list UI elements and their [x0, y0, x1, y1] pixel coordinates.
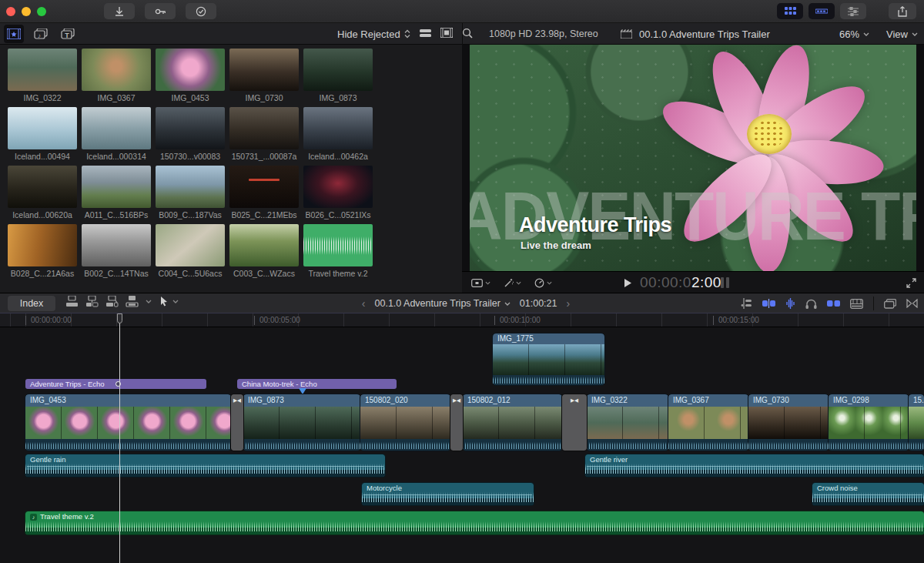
browser-item[interactable]: 150731_...00087a — [229, 107, 303, 163]
viewer-zoom-dropdown[interactable]: 66% — [839, 28, 869, 40]
browser-item[interactable]: IMG_0730 — [229, 49, 303, 104]
timeline-ruler[interactable]: 00:00:00:0000:00:05:0000:00:10:0000:00:1… — [0, 313, 924, 327]
browser-item[interactable]: IMG_0873 — [303, 49, 377, 104]
timeline-marker[interactable] — [299, 388, 306, 394]
browser-item[interactable]: Travel theme v.2 — [303, 224, 377, 280]
solo-toggle[interactable] — [805, 299, 817, 309]
play-button[interactable] — [624, 278, 632, 288]
clip-label: IMG_0873 — [303, 93, 373, 102]
browser-grid: IMG_0322IMG_0367IMG_0453IMG_0730IMG_0873… — [8, 49, 427, 280]
video-clip[interactable]: IMG_0873 — [243, 394, 360, 451]
viewer-transport-bar: 00:00:02:00 — [462, 271, 924, 293]
tab-photos-audio[interactable]: ♪ — [31, 25, 51, 43]
keyword-editor-button[interactable] — [145, 3, 176, 19]
browser-item[interactable]: Iceland...00620a — [8, 166, 82, 221]
timeline[interactable]: 00:00:00:0000:00:05:0000:00:10:0000:00:1… — [0, 313, 924, 563]
audio-clip[interactable]: Motorcycle — [362, 483, 534, 505]
trim-settings-button[interactable] — [741, 298, 752, 309]
project-duration: 01:00:21 — [520, 298, 557, 309]
clip-name: IMG_0298 — [829, 394, 909, 407]
browser-item[interactable]: C003_C...WZacs — [229, 224, 303, 280]
browser-item[interactable]: IMG_0453 — [156, 49, 229, 104]
audio-clip[interactable]: Gentle rain — [25, 454, 385, 477]
search-button[interactable] — [462, 28, 473, 41]
browser-item[interactable]: IMG_0322 — [8, 49, 82, 104]
audio-meters-button[interactable] — [721, 277, 729, 288]
tab-clips-browser[interactable] — [4, 25, 24, 43]
timeline-project-dropdown[interactable]: 00.1.0 Adventure Trips Trailer — [375, 298, 511, 309]
background-tasks-button[interactable] — [186, 3, 216, 19]
transition-clip[interactable]: ▶◀ — [450, 394, 463, 451]
clip-appearance-button[interactable] — [850, 299, 863, 309]
video-clip[interactable]: 150802_012 — [463, 394, 562, 451]
video-clip[interactable]: IMG_0367 — [668, 394, 748, 451]
index-button[interactable]: Index — [8, 296, 55, 311]
fullscreen-button[interactable] — [906, 277, 916, 291]
connect-edit-button[interactable] — [65, 296, 79, 307]
audio-clip[interactable]: Gentle river — [585, 454, 924, 477]
viewer-canvas[interactable]: ADVENTURE TRIPS Adventure Trips Live the… — [470, 45, 916, 271]
overwrite-edit-button[interactable] — [126, 296, 139, 307]
edit-options-chevron[interactable] — [146, 300, 152, 303]
browser-item[interactable]: Iceland...00494 — [8, 107, 82, 163]
title-clip[interactable]: China Moto-trek - Echo — [237, 379, 397, 389]
share-button[interactable] — [889, 3, 916, 19]
clip-label: C004_C...5U6acs — [156, 269, 225, 278]
browser-item[interactable]: Iceland...000314 — [82, 107, 156, 163]
browser-item[interactable]: B028_C...21A6as — [8, 224, 82, 280]
snapping-toggle[interactable] — [827, 299, 840, 308]
next-project-button[interactable]: › — [566, 297, 570, 310]
transitions-browser-button[interactable] — [906, 299, 918, 308]
video-clip[interactable]: 150802_020 — [360, 394, 450, 451]
video-clip[interactable]: IMG_0453 — [25, 394, 231, 451]
color-enhancements-dropdown[interactable] — [504, 278, 521, 288]
show-browser-button[interactable] — [884, 299, 896, 309]
search-icon — [462, 28, 473, 39]
clip-thumbnail — [229, 224, 299, 266]
zoom-window-button[interactable] — [37, 7, 46, 16]
previous-project-button[interactable]: ‹ — [362, 297, 366, 310]
browser-item[interactable]: B009_C...187Vas — [156, 166, 229, 221]
insert-edit-button[interactable] — [85, 296, 99, 307]
playhead-handle[interactable] — [117, 313, 122, 323]
playhead[interactable] — [119, 313, 120, 563]
timeline-panel-toggle[interactable] — [808, 3, 835, 19]
speed-gauge-icon — [534, 278, 544, 288]
browser-item[interactable]: A011_C...516BPs — [82, 166, 156, 221]
browser-item[interactable]: B002_C...14TNas — [82, 224, 156, 280]
skimming-toggle[interactable] — [762, 299, 775, 308]
close-window-button[interactable] — [6, 7, 15, 16]
chevron-down-icon — [912, 32, 918, 36]
clip-filter-dropdown[interactable]: Hide Rejected — [337, 28, 410, 40]
viewer-view-dropdown[interactable]: View — [886, 28, 918, 40]
video-clip[interactable]: IMG_0322 — [587, 394, 668, 451]
import-media-button[interactable] — [104, 3, 135, 19]
browser-panel-toggle[interactable] — [777, 3, 803, 19]
browser-item[interactable]: B025_C...21MEbs — [229, 166, 303, 221]
browser-item[interactable]: Iceland...00462a — [303, 107, 377, 163]
filmstrip-view-button[interactable] — [440, 28, 453, 40]
expand-icon — [906, 278, 916, 288]
inspector-toggle[interactable] — [840, 3, 866, 19]
retime-dropdown[interactable] — [534, 278, 552, 288]
panel-divider — [462, 23, 463, 45]
video-clip[interactable]: IMG_0730 — [748, 394, 829, 451]
connected-clip[interactable]: IMG_1775 — [493, 333, 604, 385]
browser-item[interactable]: B026_C...0521IXs — [303, 166, 377, 221]
tab-titles-generators[interactable]: T — [58, 25, 78, 43]
music-clip[interactable]: ♪Travel theme v.2 — [25, 511, 924, 535]
append-edit-button[interactable] — [105, 296, 119, 307]
list-view-button[interactable] — [420, 28, 431, 40]
video-clip[interactable]: 15... — [909, 394, 924, 451]
browser-item[interactable]: C004_C...5U6acs — [156, 224, 229, 280]
video-clip[interactable]: IMG_0298 — [829, 394, 909, 451]
audio-clip[interactable]: Crowd noise — [812, 483, 924, 505]
transition-clip[interactable]: ▶◀ — [562, 394, 587, 451]
transition-clip[interactable]: ▶◀ — [231, 394, 243, 451]
transform-crop-dropdown[interactable] — [471, 279, 490, 287]
audio-skimming-toggle[interactable] — [785, 298, 795, 309]
browser-item[interactable]: IMG_0367 — [82, 49, 156, 104]
minimize-window-button[interactable] — [22, 7, 31, 16]
browser-item[interactable]: 150730...v00083 — [156, 107, 229, 163]
tool-selector-dropdown[interactable] — [160, 296, 179, 307]
